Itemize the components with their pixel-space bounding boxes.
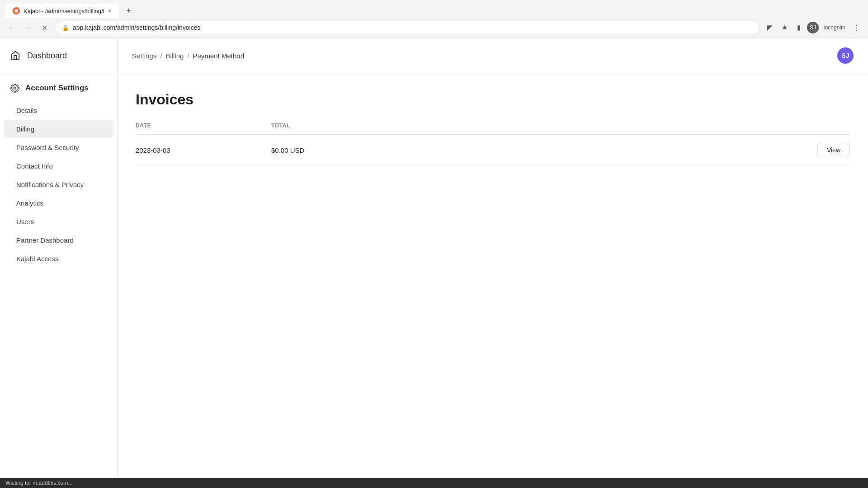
sidebar-item-partner-dashboard[interactable]: Partner Dashboard bbox=[0, 231, 117, 249]
sidebar-item-analytics[interactable]: Analytics bbox=[0, 194, 117, 212]
back-button[interactable]: ← bbox=[5, 21, 18, 34]
browser-chrome: Kajabi - /admin/settings/billing/i × + ←… bbox=[0, 0, 868, 38]
sidebar-item-users-label: Users bbox=[16, 218, 34, 225]
invoices-table-body: 2023-03-03 $0.00 USD View bbox=[136, 135, 850, 166]
split-view-button[interactable]: ▮ bbox=[793, 21, 805, 34]
sidebar-item-password-security[interactable]: Password & Security bbox=[0, 138, 117, 157]
forward-button[interactable]: → bbox=[22, 21, 34, 34]
svg-point-1 bbox=[14, 87, 16, 89]
sidebar-item-kajabi-access[interactable]: Kajabi Access bbox=[0, 249, 117, 268]
lock-icon: 🔒 bbox=[62, 24, 69, 31]
dashboard-label: Dashboard bbox=[27, 51, 67, 61]
invoices-table-head: DATE TOTAL bbox=[136, 122, 850, 135]
bookmark-button[interactable]: ★ bbox=[778, 21, 791, 34]
invoice-total: $0.00 USD bbox=[271, 135, 407, 166]
breadcrumb-current: Payment Method bbox=[193, 52, 244, 60]
browser-profile-button[interactable]: SJ bbox=[807, 22, 819, 33]
invoices-table: DATE TOTAL 2023-03-03 $0.00 USD View bbox=[136, 122, 850, 166]
cast-button[interactable]: ◤ bbox=[764, 21, 776, 34]
browser-title-bar: Kajabi - /admin/settings/billing/i × + bbox=[0, 0, 868, 18]
main-body: Invoices DATE TOTAL 2023-03-03 $0.00 USD… bbox=[118, 73, 868, 478]
invoice-row-1: 2023-03-03 $0.00 USD View bbox=[136, 135, 850, 166]
account-settings-label: Account Settings bbox=[25, 84, 89, 93]
sidebar-item-users[interactable]: Users bbox=[0, 212, 117, 231]
sidebar-item-contact-info-label: Contact Info bbox=[16, 162, 53, 170]
menu-button[interactable]: ⋮ bbox=[850, 21, 863, 34]
sidebar-item-analytics-label: Analytics bbox=[16, 199, 43, 207]
svg-point-0 bbox=[14, 9, 18, 13]
address-text: app.kajabi.com/admin/settings/billing/in… bbox=[73, 24, 752, 31]
tab-favicon bbox=[13, 7, 20, 14]
breadcrumb-sep-2: / bbox=[187, 52, 189, 60]
sidebar-item-billing[interactable]: Billing bbox=[4, 120, 113, 138]
sidebar-item-details[interactable]: Details bbox=[0, 101, 117, 120]
breadcrumb: Settings / Billing / Payment Method bbox=[132, 52, 244, 60]
invoice-date: 2023-03-03 bbox=[136, 135, 271, 166]
column-header-total: TOTAL bbox=[271, 122, 407, 135]
status-bar: Waiting for m.addthis.com... bbox=[0, 478, 868, 488]
address-bar[interactable]: 🔒 app.kajabi.com/admin/settings/billing/… bbox=[54, 21, 760, 34]
dashboard-nav-item[interactable]: Dashboard bbox=[0, 38, 117, 73]
main-content: Settings / Billing / Payment Method SJ I… bbox=[118, 38, 868, 478]
tab-title: Kajabi - /admin/settings/billing/i bbox=[24, 8, 104, 14]
new-tab-button[interactable]: + bbox=[123, 5, 135, 17]
column-header-action bbox=[407, 122, 850, 135]
invoices-table-header-row: DATE TOTAL bbox=[136, 122, 850, 135]
sidebar-item-kajabi-access-label: Kajabi Access bbox=[16, 255, 58, 263]
sidebar-item-details-label: Details bbox=[16, 107, 37, 114]
browser-toolbar-actions: ◤ ★ ▮ SJ Incognito ⋮ bbox=[764, 21, 863, 34]
sidebar-item-contact-info[interactable]: Contact Info bbox=[0, 157, 117, 175]
invoice-action-cell: View bbox=[407, 135, 850, 166]
column-header-date: DATE bbox=[136, 122, 271, 135]
user-initials: SJ bbox=[841, 52, 849, 59]
sidebar-item-billing-label: Billing bbox=[16, 125, 34, 133]
sidebar-item-notifications-privacy-label: Notifications & Privacy bbox=[16, 181, 84, 188]
account-settings-section: Account Settings Details Billing Passwor… bbox=[0, 73, 117, 277]
account-settings-header[interactable]: Account Settings bbox=[0, 82, 117, 101]
view-invoice-button[interactable]: View bbox=[817, 143, 850, 157]
browser-profile-initials: SJ bbox=[810, 24, 816, 31]
sidebar-item-password-security-label: Password & Security bbox=[16, 144, 79, 151]
app-container: Dashboard Account Settings Details Billi… bbox=[0, 38, 868, 478]
reload-button[interactable]: ✕ bbox=[38, 21, 51, 34]
user-avatar[interactable]: SJ bbox=[837, 47, 854, 64]
browser-tab[interactable]: Kajabi - /admin/settings/billing/i × bbox=[5, 4, 119, 18]
status-bar-message: Waiting for m.addthis.com... bbox=[5, 480, 72, 486]
browser-toolbar: ← → ✕ 🔒 app.kajabi.com/admin/settings/bi… bbox=[0, 18, 868, 38]
sidebar-item-partner-dashboard-label: Partner Dashboard bbox=[16, 236, 74, 244]
breadcrumb-billing-link[interactable]: Billing bbox=[165, 52, 184, 60]
home-icon bbox=[9, 49, 22, 62]
gear-icon bbox=[9, 82, 21, 94]
main-header: Settings / Billing / Payment Method SJ bbox=[118, 38, 868, 73]
page-title: Invoices bbox=[136, 91, 850, 108]
sidebar-item-notifications-privacy[interactable]: Notifications & Privacy bbox=[0, 175, 117, 194]
breadcrumb-settings-link[interactable]: Settings bbox=[132, 52, 156, 60]
sidebar: Dashboard Account Settings Details Billi… bbox=[0, 38, 118, 478]
breadcrumb-sep-1: / bbox=[160, 52, 162, 60]
incognito-label: Incognito bbox=[821, 21, 848, 34]
tab-close-button[interactable]: × bbox=[108, 7, 111, 14]
